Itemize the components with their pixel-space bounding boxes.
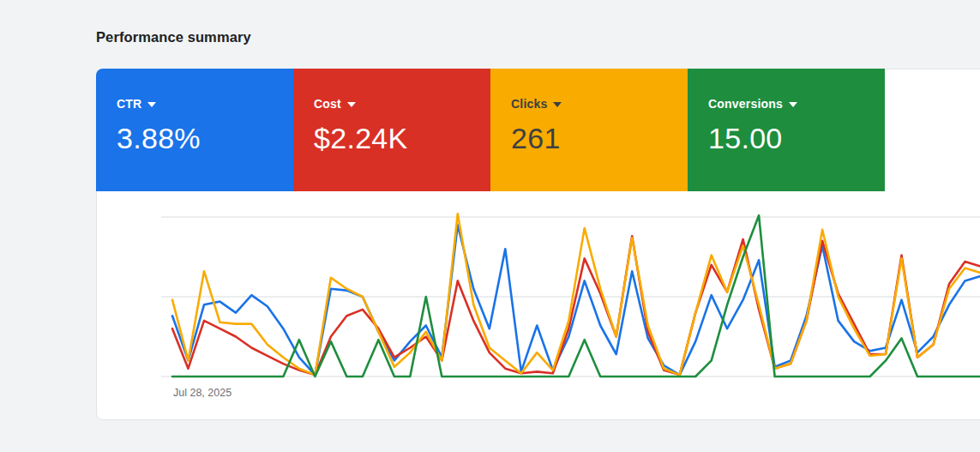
performance-line-chart bbox=[97, 211, 980, 383]
metric-chip-ctr[interactable]: CTR 3.88% bbox=[96, 69, 293, 191]
chevron-down-icon bbox=[553, 102, 562, 107]
metric-chip-label: Conversions bbox=[708, 97, 783, 111]
metric-chip-value: 3.88% bbox=[117, 122, 293, 155]
metric-chip-value: 261 bbox=[511, 122, 688, 155]
performance-summary-card: CTR 3.88% Cost $2.24K Clicks 261 Convers… bbox=[96, 69, 980, 420]
metric-chip-value: 15.00 bbox=[708, 122, 885, 155]
metric-chip-clicks[interactable]: Clicks 261 bbox=[490, 69, 688, 191]
metric-chip-label: Cost bbox=[314, 97, 341, 111]
metric-chip-value: $2.24K bbox=[314, 122, 490, 155]
metric-chip-conversions[interactable]: Conversions 15.00 bbox=[688, 69, 885, 191]
chevron-down-icon bbox=[347, 102, 356, 107]
metric-chip-label: CTR bbox=[117, 97, 141, 111]
page-title: Performance summary bbox=[96, 29, 251, 45]
metric-chip-label: Clicks bbox=[511, 97, 547, 111]
chevron-down-icon bbox=[147, 102, 156, 107]
x-axis-date-label: Jul 28, 2025 bbox=[173, 387, 231, 399]
metric-chips-row: CTR 3.88% Cost $2.24K Clicks 261 Convers… bbox=[96, 69, 885, 191]
chevron-down-icon bbox=[789, 102, 797, 107]
metric-chip-cost[interactable]: Cost $2.24K bbox=[293, 69, 490, 191]
